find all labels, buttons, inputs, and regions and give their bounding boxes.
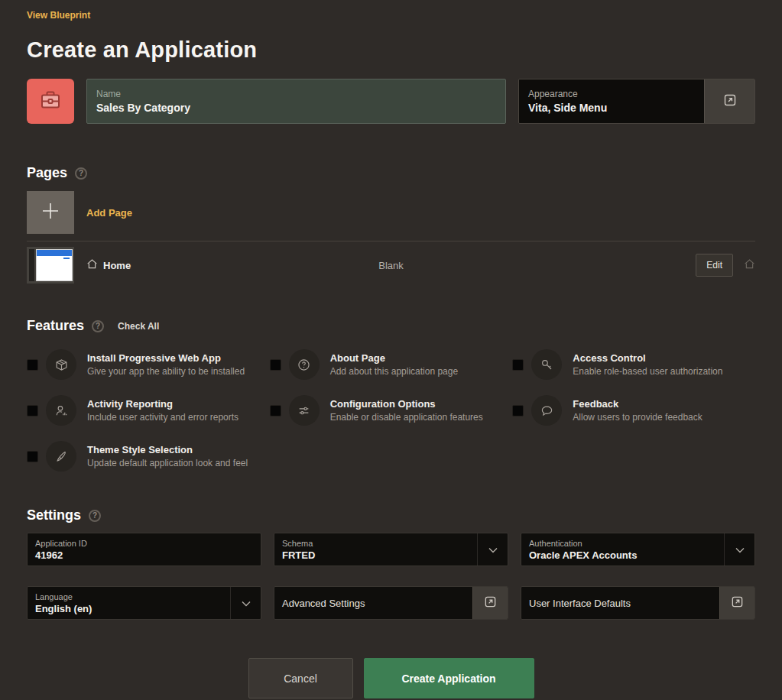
page-row-left: Home	[27, 247, 378, 284]
feature-configuration-options: Configuration Options Enable or disable …	[270, 391, 513, 429]
features-grid: Install Progressive Web App Give your ap…	[27, 345, 755, 475]
page-thumbnail[interactable]	[27, 247, 74, 284]
feature-title: About Page	[330, 352, 458, 364]
feature-text: Install Progressive Web App Give your ap…	[87, 352, 245, 377]
authentication-value: Oracle APEX Accounts	[529, 549, 716, 561]
add-page-button[interactable]	[27, 191, 74, 234]
feature-text: Feedback Allow users to provide feedback	[573, 398, 702, 423]
feature-description: Enable role-based user authorization	[573, 366, 722, 377]
feature-about-page-checkbox[interactable]	[270, 359, 281, 371]
external-link-icon	[723, 93, 737, 109]
create-application-page: View Blueprint Create an Application Nam…	[0, 0, 782, 698]
appearance-field[interactable]: Appearance Vita, Side Menu	[519, 79, 704, 123]
language-label: Language	[35, 592, 222, 601]
feature-configuration-options-checkbox[interactable]	[270, 405, 281, 416]
application-id-text: Application ID 41962	[28, 533, 261, 566]
question-icon	[289, 349, 320, 380]
appearance-field-value: Vita, Side Menu	[528, 102, 695, 114]
schema-label: Schema	[282, 539, 469, 548]
pages-help-icon[interactable]: ?	[75, 167, 87, 180]
settings-heading-text: Settings	[27, 507, 81, 523]
name-field-label: Name	[96, 89, 496, 99]
authentication-dropdown-button[interactable]	[724, 533, 754, 566]
thumbnail-titlebar	[37, 250, 72, 256]
features-heading: Features ? Check All	[27, 318, 755, 334]
settings-grid: Application ID 41962 Schema FRTED Authen…	[27, 533, 755, 620]
thumbnail-window	[36, 249, 73, 281]
home-icon	[86, 258, 98, 272]
name-field[interactable]: Name Sales By Category	[86, 79, 506, 124]
view-blueprint-link[interactable]: View Blueprint	[27, 10, 90, 21]
settings-help-icon[interactable]: ?	[89, 510, 101, 522]
advanced-settings-button[interactable]	[472, 587, 508, 619]
user-chart-icon	[46, 395, 76, 426]
edit-page-button[interactable]: Edit	[696, 254, 733, 277]
page-row-home: Home Blank Edit	[27, 241, 755, 289]
cancel-button[interactable]: Cancel	[248, 658, 353, 698]
authentication-field[interactable]: Authentication Oracle APEX Accounts	[521, 533, 755, 566]
external-link-icon	[484, 595, 497, 611]
features-help-icon[interactable]: ?	[92, 320, 104, 332]
feature-title: Activity Reporting	[87, 398, 238, 410]
identity-row: Name Sales By Category Appearance Vita, …	[27, 79, 755, 124]
appearance-edit-button[interactable]	[704, 79, 754, 123]
page-type-text: Blank	[378, 260, 404, 271]
thumbnail-sidebar	[29, 249, 34, 281]
page-title: Create an Application	[27, 37, 755, 63]
user-interface-defaults-button[interactable]	[719, 587, 754, 619]
feature-text: Activity Reporting Include user activity…	[87, 398, 238, 423]
language-field[interactable]: Language English (en)	[27, 586, 261, 620]
feature-access-control: Access Control Enable role-based user au…	[512, 345, 755, 384]
feature-feedback-checkbox[interactable]	[512, 405, 524, 416]
schema-text: Schema FRTED	[274, 533, 477, 566]
schema-field[interactable]: Schema FRTED	[274, 533, 508, 566]
features-section: Features ? Check All Install Progressive…	[27, 318, 755, 475]
name-field-value: Sales By Category	[96, 102, 496, 114]
schema-dropdown-button[interactable]	[477, 533, 508, 566]
feature-text: Configuration Options Enable or disable …	[330, 398, 483, 423]
feature-description: Include user activity and error reports	[87, 412, 238, 423]
features-heading-text: Features	[27, 318, 84, 334]
user-interface-defaults-field: User Interface Defaults	[521, 586, 755, 620]
add-page-label[interactable]: Add Page	[86, 207, 132, 219]
chevron-down-icon	[242, 598, 251, 609]
feature-about-page: About Page Add about this application pa…	[270, 345, 513, 384]
user-interface-defaults-label: User Interface Defaults	[521, 587, 719, 619]
chevron-down-icon	[488, 544, 498, 556]
external-link-icon	[731, 595, 744, 611]
pages-heading-text: Pages	[27, 165, 67, 181]
schema-value: FRTED	[282, 549, 469, 561]
appearance-field-label: Appearance	[528, 89, 695, 99]
pages-heading: Pages ?	[27, 165, 755, 181]
package-icon	[46, 349, 76, 380]
language-value: English (en)	[35, 603, 222, 614]
application-id-field[interactable]: Application ID 41962	[27, 533, 261, 566]
feature-title: Install Progressive Web App	[87, 352, 245, 364]
feature-activity-reporting: Activity Reporting Include user activity…	[27, 391, 270, 429]
check-all-link[interactable]: Check All	[118, 321, 159, 332]
feature-install-pwa-checkbox[interactable]	[27, 359, 38, 371]
advanced-settings-field: Advanced Settings	[274, 586, 508, 620]
feature-text: Theme Style Selection Update default app…	[87, 444, 248, 468]
settings-heading: Settings ?	[27, 507, 755, 523]
feature-description: Enable or disable application features	[330, 412, 483, 423]
application-id-value: 41962	[35, 549, 253, 561]
feature-title: Access Control	[573, 352, 722, 364]
create-application-button[interactable]: Create Application	[364, 658, 534, 698]
application-icon	[27, 79, 74, 124]
language-dropdown-button[interactable]	[230, 587, 261, 619]
feature-text: Access Control Enable role-based user au…	[573, 352, 722, 377]
key-icon	[531, 349, 562, 380]
pages-section: Pages ? Add Page	[27, 165, 755, 289]
page-name: Home	[86, 258, 131, 272]
authentication-label: Authentication	[529, 539, 716, 548]
feature-description: Allow users to provide feedback	[573, 412, 702, 423]
feature-description: Update default application look and feel	[87, 458, 248, 468]
actions-row: Cancel Create Application	[27, 658, 755, 698]
feature-access-control-checkbox[interactable]	[512, 359, 524, 371]
feature-description: Give your app the ability to be installe…	[87, 366, 245, 377]
chevron-down-icon	[735, 544, 745, 556]
feature-title: Configuration Options	[330, 398, 483, 410]
feature-theme-style-selection-checkbox[interactable]	[27, 451, 38, 462]
feature-activity-reporting-checkbox[interactable]	[27, 405, 38, 416]
